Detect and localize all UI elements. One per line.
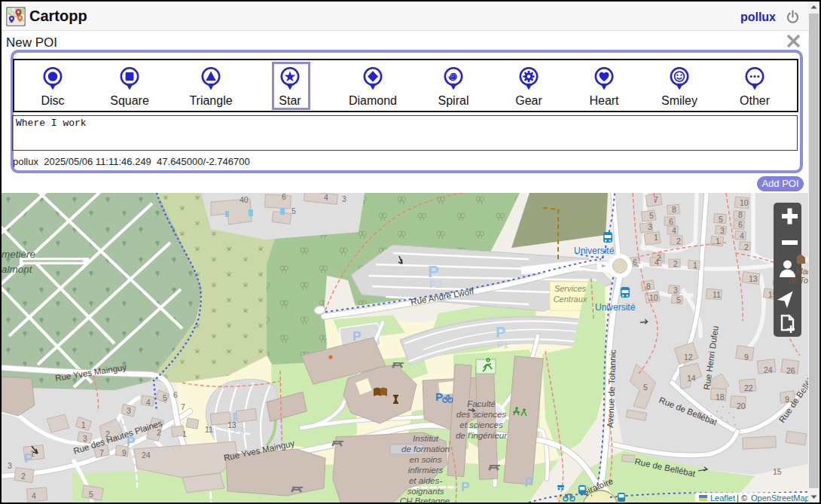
- svg-text:8: 8: [672, 205, 676, 214]
- svg-text:13: 13: [749, 274, 758, 283]
- svg-text:8: 8: [646, 282, 651, 291]
- svg-text:1: 1: [693, 261, 697, 270]
- svg-text:3: 3: [342, 194, 346, 203]
- svg-text:26: 26: [786, 366, 795, 375]
- svg-text:P: P: [461, 480, 469, 494]
- svg-text:9: 9: [744, 353, 749, 362]
- svg-text:7: 7: [181, 402, 185, 411]
- svg-text:infirmiers: infirmiers: [408, 466, 444, 475]
- svg-text:P: P: [24, 451, 32, 466]
- svg-text:12: 12: [684, 353, 693, 362]
- svg-text:4: 4: [740, 231, 744, 240]
- svg-text:9: 9: [122, 448, 127, 457]
- svg-text:CH Bretagne: CH Bretagne: [400, 496, 450, 502]
- svg-text:40: 40: [240, 195, 249, 204]
- svg-text:15: 15: [773, 467, 782, 476]
- svg-text:4: 4: [672, 226, 676, 235]
- svg-text:Centraux: Centraux: [554, 295, 588, 304]
- svg-text:5: 5: [719, 215, 723, 224]
- svg-text:3: 3: [648, 222, 652, 231]
- svg-text:| ©: | ©: [737, 493, 747, 502]
- svg-text:Leaflet: Leaflet: [710, 493, 735, 502]
- svg-text:22: 22: [744, 383, 753, 393]
- svg-text:20: 20: [737, 402, 746, 411]
- svg-text:3: 3: [127, 406, 131, 415]
- svg-text:24: 24: [142, 451, 151, 460]
- svg-text:de Toh: de Toh: [789, 276, 808, 285]
- svg-text:3: 3: [8, 461, 12, 470]
- svg-text:11: 11: [713, 290, 721, 299]
- svg-text:6: 6: [173, 390, 178, 399]
- svg-text:des sciences: des sciences: [456, 410, 507, 419]
- svg-text:5: 5: [676, 295, 681, 304]
- svg-text:4: 4: [32, 491, 36, 500]
- svg-text:9: 9: [785, 395, 789, 404]
- svg-text:5: 5: [649, 211, 654, 220]
- svg-text:5: 5: [89, 490, 93, 499]
- svg-text:18: 18: [716, 393, 725, 402]
- svg-text:6: 6: [633, 258, 637, 267]
- svg-text:Services: Services: [554, 284, 587, 293]
- svg-text:Institut: Institut: [413, 434, 439, 443]
- svg-text:10: 10: [740, 198, 749, 207]
- svg-text:1: 1: [716, 237, 720, 246]
- svg-text:Faculté: Faculté: [467, 399, 496, 408]
- svg-text:Man: Man: [796, 267, 808, 276]
- svg-text:Université: Université: [595, 302, 636, 313]
- svg-text:de formation: de formation: [401, 444, 450, 454]
- svg-text:OpenStreetMap: OpenStreetMap: [751, 493, 808, 502]
- svg-text:Université: Université: [574, 246, 615, 256]
- svg-text:7: 7: [99, 448, 104, 457]
- svg-text:4: 4: [324, 193, 328, 202]
- svg-text:P: P: [127, 435, 135, 449]
- svg-text:de l'ingénieur: de l'ingénieur: [456, 431, 508, 440]
- svg-text:5: 5: [643, 383, 648, 392]
- svg-text:metière: metière: [2, 249, 35, 260]
- svg-text:6: 6: [282, 193, 286, 201]
- svg-text:7: 7: [654, 195, 658, 204]
- svg-text:24: 24: [764, 365, 773, 374]
- svg-text:2: 2: [673, 259, 678, 268]
- svg-text:1: 1: [654, 233, 658, 242]
- svg-text:14: 14: [687, 374, 696, 383]
- svg-text:almont: almont: [2, 264, 33, 275]
- svg-text:10: 10: [649, 293, 658, 302]
- svg-text:6: 6: [738, 220, 743, 229]
- svg-text:en soins: en soins: [410, 455, 442, 464]
- svg-text:2: 2: [21, 472, 26, 481]
- svg-text:et aides-: et aides-: [409, 476, 442, 485]
- svg-text:1: 1: [81, 420, 86, 429]
- svg-text:8: 8: [738, 210, 743, 219]
- svg-text:2: 2: [676, 237, 681, 246]
- svg-text:11: 11: [205, 425, 213, 434]
- svg-text:et sciences: et sciences: [459, 420, 503, 429]
- svg-text:1: 1: [182, 429, 187, 438]
- svg-text:P: P: [353, 329, 361, 344]
- svg-text:5: 5: [163, 393, 167, 402]
- svg-text:3: 3: [673, 286, 678, 295]
- svg-text:2: 2: [744, 243, 749, 252]
- svg-text:4: 4: [655, 258, 659, 267]
- svg-text:6: 6: [669, 217, 673, 226]
- svg-text:P2: P2: [429, 279, 441, 290]
- svg-text:3: 3: [83, 434, 87, 443]
- svg-text:P: P: [524, 475, 533, 490]
- svg-text:soignants: soignants: [407, 487, 444, 496]
- svg-text:3: 3: [720, 226, 725, 235]
- svg-text:2: 2: [157, 428, 161, 437]
- svg-text:P: P: [435, 390, 443, 403]
- svg-text:P1: P1: [497, 340, 508, 350]
- svg-text:13: 13: [227, 420, 237, 429]
- svg-text:P: P: [496, 324, 505, 341]
- svg-text:4: 4: [146, 398, 151, 407]
- svg-text:5: 5: [291, 206, 296, 215]
- svg-text:2: 2: [105, 429, 110, 438]
